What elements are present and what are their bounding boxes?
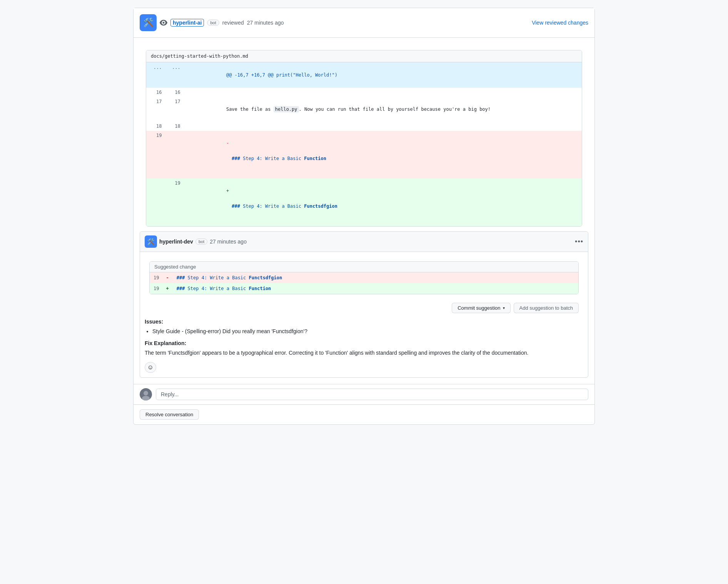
svg-point-1 bbox=[142, 396, 150, 400]
diff-hunk-row: ... ... @@ -16,7 +16,7 @@ print("Hello, … bbox=[146, 62, 582, 88]
view-reviewed-changes-link[interactable]: View reviewed changes bbox=[532, 20, 588, 26]
reply-placeholder: Reply... bbox=[161, 391, 179, 397]
reviewer-avatar: 🛠️ bbox=[140, 14, 157, 31]
issues-label: Issues: bbox=[145, 319, 583, 325]
diff-wrapper: docs/getting-started-with-python.md ... … bbox=[146, 50, 582, 227]
comment-header: 🛠️ hyperlint-dev bot 27 minutes ago ••• bbox=[140, 232, 588, 252]
reply-input[interactable]: Reply... bbox=[156, 389, 588, 400]
fix-text: The term 'Functsdfgion' appears to be a … bbox=[145, 349, 583, 357]
suggestion-removed-row: 19 - ### Step 4: Write a Basic Functsdfg… bbox=[150, 272, 578, 283]
diff-hunk-old-num: ... bbox=[146, 62, 165, 88]
comment-time: 27 minutes ago bbox=[210, 239, 247, 245]
review-header-left: 🛠️ hyperlint-ai bot reviewed 27 minutes … bbox=[140, 14, 284, 31]
suggestion-actions: Commit suggestion ▾ Add suggestion to ba… bbox=[145, 299, 583, 317]
diff-line-19-added-content: + ### Step 4: Write a Basic Functsdfgion bbox=[184, 179, 582, 226]
diff-line-19-old-num: 19 bbox=[146, 131, 165, 179]
reply-avatar-image bbox=[140, 388, 152, 400]
diff-line-16-content bbox=[184, 88, 582, 97]
issues-section: Issues: Style Guide - (Spelling-error) D… bbox=[145, 319, 583, 335]
commenter-bot-badge: bot bbox=[195, 239, 207, 245]
diff-section: docs/getting-started-with-python.md ... … bbox=[134, 38, 594, 227]
diff-line-17: 17 17 Save the file as hello.py. Now you… bbox=[146, 97, 582, 122]
suggestion-added-sign: + bbox=[162, 283, 172, 294]
diff-hunk-content: @@ -16,7 +16,7 @@ print("Hello, World!") bbox=[184, 62, 582, 88]
diff-line-19-added-new-num: 19 bbox=[165, 179, 183, 226]
comment-menu-dots[interactable]: ••• bbox=[575, 238, 583, 246]
suggestion-removed-sign: - bbox=[162, 272, 172, 283]
diff-line-19-added: 19 + ### Step 4: Write a Basic Functsdfg… bbox=[146, 179, 582, 226]
review-header: 🛠️ hyperlint-ai bot reviewed 27 minutes … bbox=[134, 8, 594, 38]
commit-suggestion-button[interactable]: Commit suggestion ▾ bbox=[452, 303, 510, 313]
resolve-section: Resolve conversation bbox=[134, 404, 594, 424]
diff-line-18-old-num: 18 bbox=[146, 122, 165, 131]
diff-line-18-content bbox=[184, 122, 582, 131]
commenter-avatar: 🛠️ bbox=[145, 235, 157, 248]
diff-file-header: docs/getting-started-with-python.md bbox=[146, 50, 582, 62]
emoji-reaction-area: ☺ bbox=[145, 362, 583, 373]
review-container: 🛠️ hyperlint-ai bot reviewed 27 minutes … bbox=[133, 8, 595, 425]
diff-table: ... ... @@ -16,7 +16,7 @@ print("Hello, … bbox=[146, 62, 582, 226]
suggested-change-label: Suggested change bbox=[150, 262, 578, 272]
resolve-conversation-button[interactable]: Resolve conversation bbox=[140, 409, 199, 420]
diff-line-19-removed: 19 - ### Step 4: Write a Basic Function bbox=[146, 131, 582, 179]
comment-box: 🛠️ hyperlint-dev bot 27 minutes ago ••• … bbox=[140, 231, 588, 378]
suggestion-diff-table: 19 - ### Step 4: Write a Basic Functsdfg… bbox=[150, 272, 578, 294]
comment-section: 🛠️ hyperlint-dev bot 27 minutes ago ••• … bbox=[134, 231, 594, 378]
review-time: 27 minutes ago bbox=[247, 20, 284, 26]
add-to-batch-button[interactable]: Add suggestion to batch bbox=[514, 303, 579, 313]
suggested-change-box: Suggested change 19 - ### Step 4: Write … bbox=[149, 261, 579, 294]
suggestion-removed-line-num: 19 bbox=[150, 272, 162, 283]
eye-icon bbox=[160, 19, 167, 27]
diff-line-18-new-num: 18 bbox=[165, 122, 183, 131]
reply-section: Reply... bbox=[134, 384, 594, 404]
svg-point-0 bbox=[144, 391, 148, 395]
commit-chevron-icon: ▾ bbox=[503, 306, 505, 310]
issue-item-1: Style Guide - (Spelling-error) Did you r… bbox=[152, 327, 583, 335]
issue-item-1-text: Style Guide - (Spelling-error) Did you r… bbox=[152, 328, 307, 334]
smiley-reaction-button[interactable]: ☺ bbox=[145, 362, 156, 373]
issues-list: Style Guide - (Spelling-error) Did you r… bbox=[152, 327, 583, 335]
avatar-icon: 🛠️ bbox=[143, 18, 154, 28]
commenter-name: hyperlint-dev bbox=[159, 239, 193, 245]
comment-header-left: 🛠️ hyperlint-dev bot 27 minutes ago bbox=[145, 235, 572, 248]
comment-body: Suggested change 19 - ### Step 4: Write … bbox=[140, 252, 588, 377]
commenter-avatar-icon: 🛠️ bbox=[147, 238, 155, 245]
reviewer-name[interactable]: hyperlint-ai bbox=[170, 19, 204, 27]
smiley-icon: ☺ bbox=[147, 364, 154, 371]
review-action: reviewed bbox=[222, 20, 244, 26]
diff-line-16-new-num: 16 bbox=[165, 88, 183, 97]
fix-label: Fix Explanation: bbox=[145, 340, 583, 346]
suggestion-added-row: 19 + ### Step 4: Write a Basic Function bbox=[150, 283, 578, 294]
suggestion-removed-content: ### Step 4: Write a Basic Functsdfgion bbox=[173, 272, 578, 283]
diff-line-19-removed-content: - ### Step 4: Write a Basic Function bbox=[184, 131, 582, 179]
fix-explanation-section: Fix Explanation: The term 'Functsdfgion'… bbox=[145, 340, 583, 357]
diff-hunk-new-num: ... bbox=[165, 62, 183, 88]
diff-line-17-new-num: 17 bbox=[165, 97, 183, 122]
suggestion-added-content: ### Step 4: Write a Basic Function bbox=[173, 283, 578, 294]
diff-line-17-old-num: 17 bbox=[146, 97, 165, 122]
commit-suggestion-label: Commit suggestion bbox=[458, 305, 500, 311]
diff-line-16-old-num: 16 bbox=[146, 88, 165, 97]
reviewer-bot-badge: bot bbox=[207, 20, 219, 26]
diff-line-16: 16 16 bbox=[146, 88, 582, 97]
suggestion-added-line-num: 19 bbox=[150, 283, 162, 294]
diff-line-19-removed-new-num bbox=[165, 131, 183, 179]
diff-line-17-content: Save the file as hello.py. Now you can r… bbox=[184, 97, 582, 122]
diff-line-19-added-old-num bbox=[146, 179, 165, 226]
reply-user-avatar bbox=[140, 388, 152, 400]
diff-line-18: 18 18 bbox=[146, 122, 582, 131]
